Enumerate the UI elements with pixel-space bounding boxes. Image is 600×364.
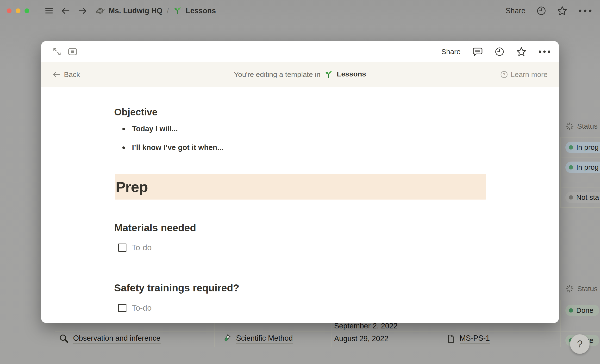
banner-message-text: You're editing a template in (234, 70, 320, 79)
learn-more-button[interactable]: ? Learn more (500, 70, 548, 79)
table-cell-date-clipped[interactable]: September 2, 2022 (334, 322, 398, 330)
status-column-label: Status (577, 285, 598, 293)
table-divider (560, 207, 600, 208)
table-divider (215, 323, 215, 347)
table-divider (560, 137, 561, 207)
sidebar-menu-icon[interactable] (45, 7, 53, 15)
safety-heading: Safety trainings required? (114, 281, 239, 295)
close-window-button[interactable] (7, 9, 11, 13)
status-column-header[interactable]: Status (566, 122, 598, 130)
breadcrumb-page[interactable]: Lessons (186, 7, 216, 15)
window-controls (7, 9, 29, 13)
expand-icon[interactable] (52, 47, 62, 56)
status-badge-label: Done (576, 306, 593, 315)
bullet-dot (122, 128, 125, 130)
template-editor-modal: Share Back You're editing a template in (41, 41, 559, 323)
table-cell-lesson-title[interactable]: Observation and inference (59, 333, 160, 345)
bullet-item: I’ll know I’ve got it when... (114, 141, 224, 154)
open-as-page-icon[interactable] (68, 47, 77, 56)
page-icon (447, 335, 455, 343)
table-divider (55, 347, 600, 347)
status-property-icon (566, 122, 574, 130)
window-titlebar: Ms. Ludwig HQ / Lessons Share (0, 0, 600, 22)
window-favorite-star-icon[interactable] (557, 6, 567, 16)
modal-share-button[interactable]: Share (441, 48, 460, 56)
table-divider (559, 94, 600, 94)
history-clock-icon[interactable] (495, 47, 504, 56)
status-dot (569, 308, 573, 313)
template-banner: Back You're editing a template in Lesson… (41, 62, 559, 87)
banner-template-link[interactable]: Lessons (337, 70, 366, 79)
titlebar-actions: Share (506, 6, 592, 16)
status-badge[interactable]: In prog (565, 142, 600, 153)
status-badge-label: Not sta (576, 193, 599, 201)
seedling-icon (324, 70, 333, 79)
zoom-window-button[interactable] (25, 9, 29, 13)
status-badge[interactable]: Not sta (565, 192, 600, 203)
learn-more-label: Learn more (511, 70, 548, 79)
table-cell-text: Scientific Method (236, 334, 293, 344)
more-options-icon[interactable] (538, 50, 551, 53)
materials-heading: Materials needed (114, 221, 196, 235)
comments-icon[interactable] (473, 47, 483, 57)
modal-toolbar: Share (41, 41, 559, 62)
table-cell-text: MS-PS-1 (459, 334, 490, 344)
template-banner-message: You're editing a template in Lessons (234, 62, 366, 87)
todo-placeholder[interactable]: To-do (132, 303, 152, 313)
status-dot (569, 145, 573, 149)
minimize-window-button[interactable] (16, 9, 20, 13)
table-cell-text: August 29, 2022 (334, 335, 388, 343)
objective-heading: Objective (114, 105, 158, 119)
table-cell-standard[interactable]: MS-PS-1 (447, 333, 490, 345)
todo-item: To-do (114, 241, 152, 254)
favorite-star-icon[interactable] (516, 47, 526, 57)
table-cell-text: Observation and inference (73, 334, 160, 344)
breadcrumb-workspace[interactable]: Ms. Ludwig HQ (109, 7, 162, 15)
back-button-label: Back (64, 70, 80, 79)
window-share-button[interactable]: Share (506, 7, 525, 15)
table-divider (445, 323, 445, 347)
table-divider (560, 300, 561, 347)
todo-checkbox[interactable] (118, 243, 126, 252)
test-tube-icon (222, 334, 232, 344)
table-divider (560, 137, 600, 138)
table-divider (560, 157, 600, 158)
bullet-item: Today I will... (114, 123, 178, 135)
breadcrumb: Ms. Ludwig HQ / Lessons (96, 6, 216, 15)
workspace-planet-icon (96, 6, 105, 15)
back-arrow-icon[interactable] (61, 6, 70, 15)
page-seedling-icon (173, 7, 182, 15)
status-column-header[interactable]: Status (566, 285, 598, 293)
todo-checkbox[interactable] (118, 304, 126, 312)
window-history-clock-icon[interactable] (536, 6, 546, 16)
table-divider (331, 323, 331, 347)
todo-placeholder[interactable]: To-do (132, 243, 152, 252)
table-cell-unit[interactable]: Scientific Method (222, 333, 293, 345)
prep-highlight-block: Prep (115, 174, 486, 200)
status-badge[interactable]: Done (565, 305, 599, 316)
status-column-label: Status (577, 122, 598, 130)
template-page-content: Objective Today I will... I’ll know I’ve… (41, 87, 559, 323)
status-badge-label: In prog (576, 143, 599, 151)
status-property-icon (566, 285, 574, 293)
bullet-text: Today I will... (132, 124, 178, 133)
prep-heading: Prep (115, 178, 148, 196)
status-dot (569, 165, 573, 169)
back-button[interactable]: Back (52, 70, 80, 79)
status-badge[interactable]: In prog (565, 162, 600, 173)
table-divider (55, 331, 600, 332)
bullet-text: I’ll know I’ve got it when... (132, 143, 224, 152)
forward-arrow-icon[interactable] (78, 6, 87, 15)
table-divider (560, 300, 600, 300)
window-more-options-icon[interactable] (578, 9, 592, 12)
breadcrumb-separator: / (167, 7, 169, 15)
todo-item: To-do (114, 302, 152, 314)
svg-text:?: ? (503, 72, 505, 77)
status-badge-label: In prog (576, 163, 599, 171)
table-cell-date[interactable]: August 29, 2022 (334, 333, 388, 345)
bullet-dot (122, 146, 125, 149)
status-dot (569, 195, 573, 200)
magnifier-icon (59, 334, 69, 344)
table-divider (560, 187, 600, 188)
help-button[interactable]: ? (570, 334, 590, 354)
